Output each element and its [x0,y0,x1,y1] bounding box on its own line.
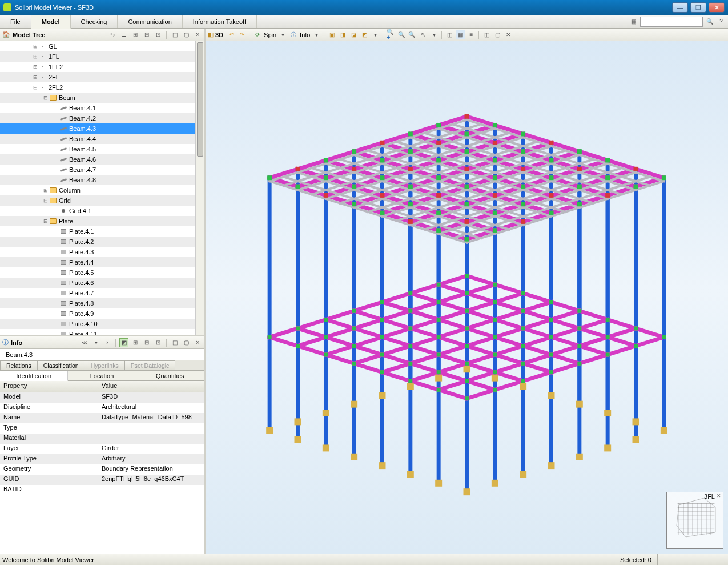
tree-tool-2-icon[interactable]: ≣ [119,30,128,39]
panel-1-icon[interactable]: ◫ [445,30,454,39]
info-subtab-quantities[interactable]: Quantities [136,371,204,380]
info-tool-2-icon[interactable]: ⊟ [142,338,151,347]
box-1-icon[interactable]: ▣ [327,30,336,39]
layout-icon[interactable]: ▦ [629,17,638,26]
property-row[interactable]: Profile TypeArbitrary [0,454,204,464]
tree-row[interactable]: Plate.4.1 [0,226,204,237]
menu-checking[interactable]: Checking [71,15,118,28]
close-button[interactable]: ✕ [709,2,725,13]
tree-row[interactable]: ⊟Beam [0,93,204,103]
tree-row[interactable]: Plate.4.8 [0,298,204,308]
menu-information-takeoff[interactable]: Information Takeoff [183,15,257,28]
expand-icon[interactable]: ⊟ [32,85,39,90]
info-max-icon[interactable]: ▢ [182,338,191,347]
spin-label[interactable]: Spin [264,31,276,38]
tree-row[interactable]: ⊟Plate [0,216,204,226]
property-row[interactable]: LayerGirder [0,444,204,454]
maximize-button[interactable]: ❐ [690,2,706,13]
menu-communication[interactable]: Communication [118,15,182,28]
tree-row[interactable]: Beam.4.6 [0,154,204,165]
search-icon[interactable]: 🔍 [705,17,714,26]
zoom-out-icon[interactable]: 🔍- [408,30,417,39]
tree-row[interactable]: Beam.4.2 [0,113,204,123]
expand-icon[interactable]: ⊞ [42,187,49,193]
3d-canvas[interactable]: 3FL ✕ [206,41,728,554]
info-nav-prev-icon[interactable]: ▾ [91,338,100,347]
vp-dock-icon[interactable]: ◫ [482,30,491,39]
property-row[interactable]: NameDataType=Material_DataID=598 [0,413,204,423]
tree-tool-4-icon[interactable]: ⊟ [142,30,151,39]
tree-row[interactable]: ⊟2FL2 [0,82,204,93]
tree-row[interactable]: Beam.4.4 [0,134,204,144]
tree-dock-icon[interactable]: ◫ [170,30,179,39]
tree-row[interactable]: Plate.4.2 [0,237,204,247]
tree-tool-3-icon[interactable]: ⊞ [131,30,140,39]
vp-max-icon[interactable]: ▢ [493,30,502,39]
minimap-close-icon[interactable]: ✕ [715,493,722,500]
expand-icon[interactable]: ⊟ [42,95,49,101]
minimize-button[interactable]: — [672,2,688,13]
info-tool-3-icon[interactable]: ⊡ [154,338,163,347]
tree-row[interactable]: Plate.4.3 [0,247,204,257]
property-table[interactable]: Property Value ModelSF3DDisciplineArchit… [0,381,204,554]
zoom-in-icon[interactable]: 🔍+ [386,30,395,39]
expand-icon[interactable]: ⊟ [42,198,49,203]
tree-tool-5-icon[interactable]: ⊡ [154,30,163,39]
tree-row[interactable]: Plate.4.5 [0,267,204,278]
property-row[interactable]: Type [0,423,204,434]
menu-model[interactable]: Model [31,15,71,29]
menu-file[interactable]: File [0,15,31,28]
vp-info-label[interactable]: Info [300,31,310,38]
help-icon[interactable]: ? [717,17,726,26]
tree-tool-1-icon[interactable]: ⇆ [108,30,117,39]
tree-row[interactable]: Plate.4.9 [0,308,204,319]
info-tab-hyperlinks[interactable]: Hyperlinks [85,360,125,370]
panel-2-icon[interactable]: ▦ [456,30,465,39]
pick-icon[interactable]: ↖ [419,30,428,39]
undo-icon[interactable]: ↶ [227,30,236,39]
tree-row[interactable]: Plate.4.4 [0,257,204,267]
info-tool-1-icon[interactable]: ⊞ [131,338,140,347]
model-tree[interactable]: ⊞GL⊞1FL⊞1FL2⊞2FL⊟2FL2⊟BeamBeam.4.1Beam.4… [0,41,204,336]
property-row[interactable]: BATID [0,485,204,495]
zoom-fit-icon[interactable]: 🔍 [397,30,406,39]
tree-row[interactable]: Plate.4.6 [0,278,204,288]
expand-icon[interactable]: ⊞ [32,64,39,70]
tree-row[interactable]: Plate.4.10 [0,319,204,329]
vp-info-icon[interactable]: ⓘ [289,30,298,39]
tree-close-icon[interactable]: ✕ [193,30,202,39]
tree-row[interactable]: ⊟Grid [0,195,204,206]
info-subtab-identification[interactable]: Identification [0,371,68,381]
box-4-icon[interactable]: ◩ [360,30,369,39]
pick-dropdown-icon[interactable]: ▾ [429,30,439,39]
expand-icon[interactable]: ⊞ [32,54,39,59]
tree-row[interactable]: Beam.4.5 [0,144,204,154]
search-input[interactable] [640,17,703,27]
expand-icon[interactable]: ⊞ [32,43,39,49]
info-dock-icon[interactable]: ◫ [170,338,179,347]
tree-row[interactable]: Beam.4.8 [0,175,204,185]
vp-info-dropdown-icon[interactable]: ▾ [312,30,321,39]
panel-3-icon[interactable]: ≡ [466,30,476,39]
tree-row[interactable]: Plate.4.7 [0,288,204,298]
info-tab-pset-datalogic[interactable]: Pset Datalogic [124,360,176,370]
box-2-icon[interactable]: ◨ [338,30,347,39]
tree-row[interactable]: Grid.4.1 [0,206,204,216]
tree-max-icon[interactable]: ▢ [182,30,191,39]
property-row[interactable]: GeometryBoundary Representation [0,464,204,475]
redo-icon[interactable]: ↷ [238,30,247,39]
property-row[interactable]: DisciplineArchitectural [0,403,204,413]
info-tab-classification[interactable]: Classification [37,360,85,370]
tree-row[interactable]: ⊞Column [0,185,204,195]
property-row[interactable]: GUID2enpFTHqH5H8e_q46BxC4T [0,475,204,485]
box-3-icon[interactable]: ◪ [349,30,358,39]
tree-row[interactable]: Beam.4.1 [0,103,204,113]
vp-close-icon[interactable]: ✕ [504,30,513,39]
tree-scrollbar[interactable] [195,41,204,335]
tree-row[interactable]: Beam.4.3 [0,123,204,134]
tree-row[interactable]: ⊞1FL2 [0,62,204,72]
expand-icon[interactable]: ⊟ [42,218,49,224]
tree-row[interactable]: ⊞2FL [0,72,204,82]
info-subtab-location[interactable]: Location [68,371,136,380]
info-nav-next-icon[interactable]: › [103,338,112,347]
